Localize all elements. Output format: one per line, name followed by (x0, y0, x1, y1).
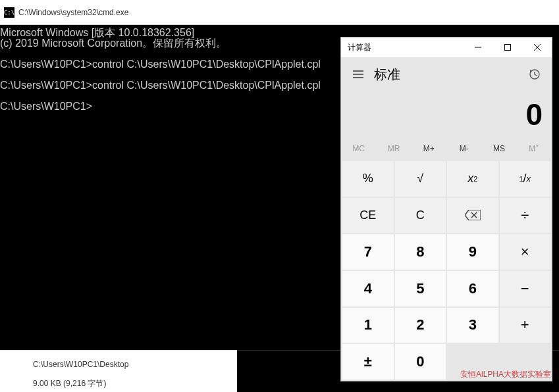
digit-4-button[interactable]: 4 (342, 271, 394, 306)
cmd-icon: C:\ (4, 7, 14, 18)
svg-rect-1 (504, 45, 510, 51)
menu-button[interactable] (348, 64, 369, 85)
cmd-line: (c) 2019 Microsoft Corporation。保留所有权利。 (0, 37, 226, 49)
calc-display: 0 (341, 91, 552, 137)
calc-keypad: % √ x2 1/x CE C ÷ 7 8 9 × 4 5 6 − 1 2 3 … (341, 160, 552, 381)
cmd-line: C:\Users\W10PC1>control C:\Users\W10PC1\… (0, 59, 321, 70)
digit-3-button[interactable]: 3 (447, 308, 498, 343)
digit-8-button[interactable]: 8 (395, 234, 446, 270)
explorer-path: C:\Users\W10PC1\Desktop (33, 360, 237, 369)
digit-6-button[interactable]: 6 (447, 271, 498, 306)
clear-entry-button[interactable]: CE (342, 198, 394, 233)
cmd-title: C:\Windows\system32\cmd.exe (18, 8, 128, 17)
multiply-button[interactable]: × (500, 234, 551, 270)
backspace-button[interactable] (447, 198, 498, 233)
explorer-size: 9.00 KB (9,216 字节) (33, 378, 237, 389)
history-button[interactable] (524, 64, 545, 85)
cmd-line: Microsoft Windows [版本 10.0.18362.356] (0, 27, 194, 38)
reciprocal-button[interactable]: 1/x (500, 161, 551, 197)
calculator-window: 计算器 标准 0 MC MR M+ M- MS M˅ % √ x2 1/x CE… (340, 37, 552, 381)
divide-button[interactable]: ÷ (500, 198, 551, 233)
digit-1-button[interactable]: 1 (342, 308, 394, 343)
calc-window-controls (463, 37, 552, 57)
memory-subtract-button[interactable]: M- (446, 137, 481, 160)
calc-title: 计算器 (348, 42, 463, 53)
percent-button[interactable]: % (342, 161, 394, 197)
memory-recall-button[interactable]: MR (376, 137, 411, 160)
square-base: x (467, 172, 473, 185)
clear-button[interactable]: C (395, 198, 446, 233)
digit-7-button[interactable]: 7 (342, 234, 394, 270)
calc-memory-row: MC MR M+ M- MS M˅ (341, 137, 552, 160)
calc-header: 标准 (341, 57, 552, 91)
square-button[interactable]: x2 (447, 161, 498, 197)
cmd-line: C:\Users\W10PC1>control C:\Users\W10PC1\… (0, 80, 321, 91)
square-exponent: 2 (473, 175, 477, 183)
add-button[interactable]: + (500, 308, 551, 343)
cmd-prompt: C:\Users\W10PC1> (0, 101, 92, 112)
negate-button[interactable]: ± (342, 344, 394, 380)
sqrt-button[interactable]: √ (395, 161, 446, 197)
calc-mode-label: 标准 (374, 66, 524, 84)
memory-view-button[interactable]: M˅ (517, 137, 552, 160)
subtract-button[interactable]: − (500, 271, 551, 306)
digit-0-button[interactable]: 0 (395, 344, 446, 380)
recip-den: x (527, 174, 531, 184)
digit-9-button[interactable]: 9 (447, 234, 498, 270)
calc-titlebar[interactable]: 计算器 (341, 37, 552, 57)
explorer-properties: C:\Users\W10PC1\Desktop 9.00 KB (9,216 字… (0, 350, 237, 392)
close-button[interactable] (522, 37, 552, 57)
memory-add-button[interactable]: M+ (412, 137, 446, 160)
recip-num: 1 (519, 175, 523, 183)
digit-2-button[interactable]: 2 (395, 308, 446, 343)
memory-store-button[interactable]: MS (481, 137, 516, 160)
minimize-button[interactable] (463, 37, 492, 57)
cmd-titlebar[interactable]: C:\ C:\Windows\system32\cmd.exe (0, 0, 559, 25)
memory-clear-button[interactable]: MC (341, 137, 376, 160)
maximize-button[interactable] (492, 37, 522, 57)
digit-5-button[interactable]: 5 (395, 271, 446, 306)
